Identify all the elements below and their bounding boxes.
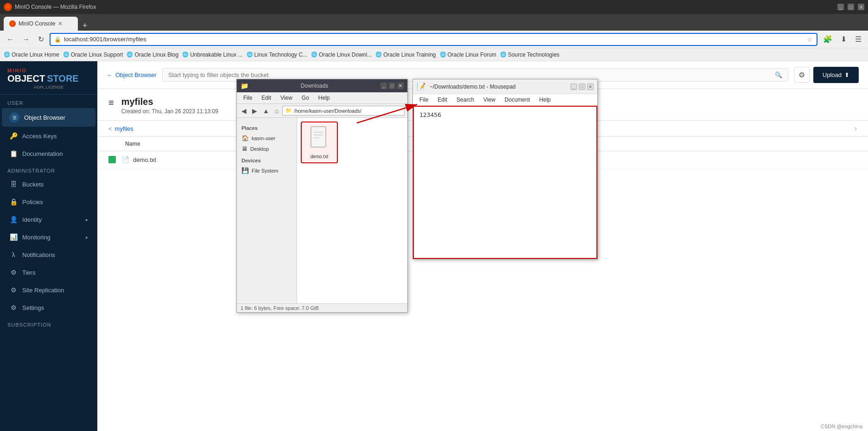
downloads-win-buttons: _ □ ✕ bbox=[380, 83, 404, 89]
mousepad-menu-help[interactable]: Help bbox=[535, 95, 556, 104]
fm-up-button[interactable]: ▲ bbox=[261, 106, 271, 116]
close-window-button[interactable]: ✕ bbox=[858, 4, 864, 10]
identity-chevron-icon: ▸ bbox=[86, 217, 88, 222]
refresh-nav-button[interactable]: ↻ bbox=[35, 34, 47, 45]
demo-txt-label: demo.txt bbox=[310, 154, 328, 159]
sidebar-item-site-replication[interactable]: ⚙ Site Replication bbox=[2, 282, 95, 298]
tab-close-button[interactable]: ✕ bbox=[58, 20, 63, 27]
desktop-label: Desktop bbox=[250, 146, 269, 152]
kasm-user-label: kasm-user bbox=[252, 135, 275, 141]
sidebar-item-buckets-label: Buckets bbox=[22, 181, 88, 188]
fm-forward-button[interactable]: ▶ bbox=[250, 106, 259, 116]
fm-menu-help[interactable]: Help bbox=[314, 93, 335, 103]
downloads-button[interactable]: ⬇ bbox=[838, 34, 849, 45]
sidebar-item-access-keys[interactable]: 🔑 Access Keys bbox=[2, 128, 95, 144]
fm-menu-view[interactable]: View bbox=[276, 93, 297, 103]
fm-menu-edit[interactable]: Edit bbox=[257, 93, 276, 103]
bookmark-oracle-home[interactable]: 🌐 Oracle Linux Home bbox=[4, 51, 59, 58]
address-bar[interactable]: 🔒 localhost:9001/browser/myfiles ☆ bbox=[50, 33, 817, 46]
back-nav-button[interactable]: ← bbox=[4, 34, 17, 45]
bookmark-unbreakable[interactable]: 🌐 Unbreakable Linux ... bbox=[182, 51, 242, 58]
mousepad-menu-document[interactable]: Document bbox=[500, 95, 535, 104]
settings-toolbar-button[interactable]: ⚙ bbox=[794, 67, 810, 83]
fm-places-kasm-user[interactable]: 🏠 kasm-user bbox=[237, 133, 297, 143]
sidebar-item-notifications[interactable]: λ Notifications bbox=[2, 246, 95, 263]
demo-txt-icon bbox=[310, 126, 329, 152]
desktop-icon: 🖥 bbox=[241, 145, 247, 152]
subscription-section-header: Subscription bbox=[0, 316, 97, 329]
mousepad-menu-file[interactable]: File bbox=[415, 95, 433, 104]
extensions-button[interactable]: 🧩 bbox=[820, 34, 835, 45]
downloads-titlebar: 📁 Downloads _ □ ✕ bbox=[237, 79, 407, 92]
minimize-button[interactable]: _ bbox=[837, 4, 844, 10]
sidebar-item-documentation[interactable]: 📋 Documentation bbox=[2, 145, 95, 162]
active-tab[interactable]: MinIO Console ✕ bbox=[4, 17, 78, 31]
fm-menu-go[interactable]: Go bbox=[297, 93, 314, 103]
mousepad-window: 📝 ~/Downloads/demo.txt - Mousepad _ □ ✕ … bbox=[412, 79, 598, 259]
downloads-close-button[interactable]: ✕ bbox=[397, 83, 404, 89]
mousepad-close-button[interactable]: ✕ bbox=[587, 84, 594, 90]
sidebar-item-monitoring[interactable]: 📊 Monitoring ▸ bbox=[2, 229, 95, 245]
fm-places-desktop[interactable]: 🖥 Desktop bbox=[237, 143, 297, 154]
sidebar-item-settings[interactable]: ⚙ Settings bbox=[2, 299, 95, 316]
maximize-button[interactable]: □ bbox=[848, 4, 854, 10]
fm-path-icon: 📁 bbox=[285, 108, 292, 114]
user-section-header: User bbox=[0, 95, 97, 108]
sidebar-item-site-replication-label: Site Replication bbox=[22, 287, 88, 294]
downloads-maximize-button[interactable]: □ bbox=[389, 83, 395, 89]
fm-back-button[interactable]: ◀ bbox=[240, 106, 248, 116]
mousepad-minimize-button[interactable]: _ bbox=[570, 84, 577, 90]
bookmark-star-icon[interactable]: ☆ bbox=[807, 36, 813, 43]
monitoring-chevron-icon: ▸ bbox=[86, 235, 88, 240]
fm-home-button[interactable]: ⌂ bbox=[273, 106, 280, 116]
places-section-header: Places bbox=[237, 123, 297, 133]
fm-devices-filesystem[interactable]: 💾 File System bbox=[237, 165, 297, 176]
bookmark-oracle-support[interactable]: 🌐 Oracle Linux Support bbox=[63, 51, 123, 58]
sidebar-item-policies[interactable]: 🔒 Policies bbox=[2, 193, 95, 210]
mousepad-menu-search[interactable]: Search bbox=[452, 95, 479, 104]
sidebar-item-identity-label: Identity bbox=[22, 216, 81, 223]
menu-button[interactable]: ☰ bbox=[852, 34, 864, 45]
upload-button[interactable]: Upload ⬆ bbox=[813, 67, 859, 83]
sidebar-item-buckets[interactable]: 🗄 Buckets bbox=[2, 176, 95, 193]
nav-bar: ← → ↻ 🔒 localhost:9001/browser/myfiles ☆… bbox=[0, 31, 868, 48]
sidebar-item-identity[interactable]: 👤 Identity ▸ bbox=[2, 211, 95, 228]
sidebar-item-object-browser[interactable]: ☰ Object Browser bbox=[2, 108, 95, 127]
new-tab-button[interactable]: + bbox=[80, 21, 90, 31]
sidebar-item-object-browser-label: Object Browser bbox=[24, 114, 88, 121]
sidebar-item-access-keys-label: Access Keys bbox=[22, 133, 88, 140]
mousepad-menu-view[interactable]: View bbox=[479, 95, 500, 104]
sidebar-item-tiers[interactable]: ⚙ Tiers bbox=[2, 264, 95, 281]
fm-menu-file[interactable]: File bbox=[239, 93, 257, 103]
bucket-created-date: Thu, Jan 26 2023 11:13:09 bbox=[152, 108, 218, 115]
search-input[interactable] bbox=[168, 71, 771, 78]
back-to-object-browser-button[interactable]: ← Object Browser bbox=[107, 71, 157, 78]
file-checkbox[interactable] bbox=[108, 156, 116, 163]
address-text: localhost:9001/browser/myfiles bbox=[64, 36, 804, 43]
bookmark-linux-tech[interactable]: 🌐 Linux Technology C... bbox=[247, 51, 308, 58]
mousepad-win-buttons: _ □ ✕ bbox=[570, 84, 594, 90]
breadcrumb-myfiles[interactable]: myfiles bbox=[115, 125, 133, 132]
downloads-minimize-button[interactable]: _ bbox=[380, 83, 387, 89]
bookmark-oracle-forum[interactable]: 🌐 Oracle Linux Forum bbox=[440, 51, 496, 58]
logo-minio: MINIO bbox=[7, 68, 90, 73]
sidebar-item-settings-label: Settings bbox=[22, 304, 88, 311]
mousepad-maximize-button[interactable]: □ bbox=[579, 84, 585, 90]
breadcrumb-back-icon[interactable]: < bbox=[108, 125, 112, 132]
forward-nav-button[interactable]: → bbox=[19, 34, 32, 45]
bookmark-oracle-downl[interactable]: 🌐 Oracle Linux Downl... bbox=[311, 51, 372, 58]
lock-icon: 🔒 bbox=[54, 36, 61, 43]
bookmark-source-tech[interactable]: 🌐 Source Technologies bbox=[500, 51, 559, 58]
bookmark-oracle-blog[interactable]: 🌐 Oracle Linux Blog bbox=[127, 51, 178, 58]
filesystem-icon: 💾 bbox=[241, 167, 249, 174]
documentation-icon: 📋 bbox=[9, 149, 18, 158]
fm-path-bar[interactable]: 📁 /home/kasm-user/Downloads/ bbox=[282, 106, 405, 116]
mousepad-editor[interactable]: 123456 bbox=[413, 106, 597, 259]
fm-file-demo-txt[interactable]: demo.txt bbox=[301, 122, 338, 163]
mousepad-menu-edit[interactable]: Edit bbox=[433, 95, 452, 104]
logo-license: AGPL LICENSE bbox=[7, 85, 90, 90]
logo-area: MINIO OBJECT STORE AGPL LICENSE bbox=[0, 61, 97, 95]
tab-favicon bbox=[9, 20, 16, 27]
bookmark-oracle-training[interactable]: 🌐 Oracle Linux Training bbox=[375, 51, 436, 58]
downloads-toolbar: ◀ ▶ ▲ ⌂ 📁 /home/kasm-user/Downloads/ bbox=[237, 104, 407, 118]
